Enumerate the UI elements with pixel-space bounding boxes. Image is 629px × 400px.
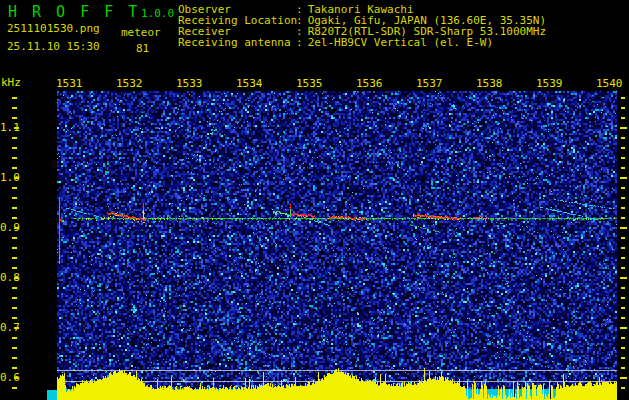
app-version: 1.0.0	[141, 7, 174, 20]
y-axis-label: 1.1	[0, 122, 13, 133]
y-axis-minor-tick	[12, 107, 17, 109]
y-axis-minor-tick	[621, 137, 625, 139]
y-axis-major-tick	[14, 277, 19, 279]
y-axis-minor-tick	[12, 337, 17, 339]
y-axis-minor-tick	[621, 167, 625, 169]
y-axis-minor-tick	[621, 247, 625, 249]
x-axis-label: 1539	[536, 78, 564, 90]
x-axis-label: 1537	[416, 78, 444, 90]
y-axis-minor-tick	[621, 197, 625, 199]
x-axis-label: 1535	[296, 78, 324, 90]
y-axis-label: 0.8	[0, 272, 13, 283]
y-axis-major-tick	[620, 177, 627, 179]
y-axis-major-tick	[620, 127, 627, 129]
y-axis-minor-tick	[621, 237, 625, 239]
y-axis-minor-tick	[12, 257, 17, 259]
y-axis-minor-tick	[621, 217, 625, 219]
signal-level-baseline	[47, 390, 57, 400]
y-axis-minor-tick	[621, 337, 625, 339]
y-axis-major-tick	[620, 377, 627, 379]
x-axis-label: 1533	[176, 78, 204, 90]
y-axis-minor-tick	[621, 347, 625, 349]
y-axis-label: 0.9	[0, 222, 13, 233]
hrofft-window: H R O F F T 1.0.0 2511101530.png meteor …	[0, 0, 629, 400]
spectrogram-canvas	[57, 91, 617, 400]
info-row-antenna: Receiving antenna:2el-HB9CV Vertical (el…	[178, 37, 493, 48]
y-axis-minor-tick	[12, 247, 17, 249]
y-axis-minor-tick	[12, 157, 17, 159]
info-label: Receiving antenna	[178, 37, 296, 48]
y-axis-major-tick	[620, 327, 627, 329]
y-axis-minor-tick	[12, 307, 17, 309]
y-axis-minor-tick	[621, 147, 625, 149]
colon: :	[296, 36, 303, 49]
y-axis-label: 1.0	[0, 172, 13, 183]
y-axis-minor-tick	[12, 367, 17, 369]
y-axis-major-tick	[620, 227, 627, 229]
y-axis-minor-tick	[621, 157, 625, 159]
x-axis-label: 1532	[116, 78, 144, 90]
y-axis-minor-tick	[621, 107, 625, 109]
y-axis-unit: kHz	[1, 76, 21, 89]
y-axis-minor-tick	[12, 117, 17, 119]
y-axis-minor-tick	[12, 237, 17, 239]
y-axis-minor-tick	[12, 167, 17, 169]
y-axis-minor-tick	[12, 197, 17, 199]
app-title: H R O F F T	[8, 3, 140, 21]
y-axis-minor-tick	[621, 307, 625, 309]
y-axis-minor-tick	[621, 267, 625, 269]
y-axis-minor-tick	[621, 297, 625, 299]
y-axis-minor-tick	[12, 137, 17, 139]
y-axis-label: 0.6	[0, 372, 13, 383]
y-axis-major-tick	[14, 127, 19, 129]
echo-count: 81	[136, 43, 149, 54]
y-axis-minor-tick	[621, 357, 625, 359]
y-axis-minor-tick	[12, 317, 17, 319]
x-axis-label: 1538	[476, 78, 504, 90]
y-axis-major-tick	[14, 227, 19, 229]
output-filename: 2511101530.png	[7, 23, 100, 34]
y-axis-minor-tick	[12, 97, 17, 99]
y-axis-minor-tick	[621, 317, 625, 319]
y-axis-minor-tick	[621, 207, 625, 209]
datetime-label: 25.11.10 15:30	[7, 41, 100, 52]
y-axis-minor-tick	[621, 387, 625, 389]
y-axis-minor-tick	[621, 117, 625, 119]
y-axis-minor-tick	[12, 187, 17, 189]
y-axis-minor-tick	[621, 287, 625, 289]
x-axis-label: 1540	[596, 78, 624, 90]
y-axis-minor-tick	[621, 367, 625, 369]
info-value: 2el-HB9CV Vertical (el. E-W)	[308, 36, 493, 49]
y-axis-minor-tick	[12, 387, 17, 389]
y-axis-minor-tick	[12, 347, 17, 349]
x-axis-label: 1534	[236, 78, 264, 90]
y-axis-minor-tick	[12, 297, 17, 299]
y-axis-minor-tick	[12, 267, 17, 269]
y-axis-minor-tick	[621, 97, 625, 99]
x-axis-label: 1536	[356, 78, 384, 90]
y-axis-label: 0.7	[0, 322, 13, 333]
y-axis-major-tick	[14, 327, 19, 329]
y-axis-minor-tick	[12, 217, 17, 219]
y-axis-major-tick	[620, 277, 627, 279]
y-axis-minor-tick	[621, 257, 625, 259]
y-axis-major-tick	[14, 377, 19, 379]
y-axis-minor-tick	[12, 287, 17, 289]
observation-mode: meteor	[121, 27, 161, 38]
x-axis-label: 1531	[56, 78, 84, 90]
y-axis-minor-tick	[12, 147, 17, 149]
y-axis-minor-tick	[12, 357, 17, 359]
y-axis-major-tick	[14, 177, 19, 179]
y-axis-minor-tick	[12, 207, 17, 209]
y-axis-minor-tick	[621, 187, 625, 189]
